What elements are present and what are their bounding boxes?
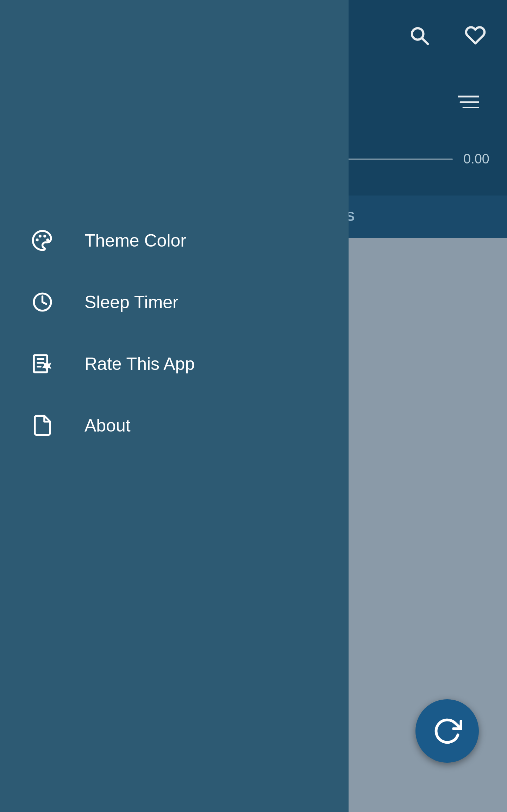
hamburger-icon [458,94,479,108]
refresh-icon [432,716,462,746]
search-icon [408,25,430,46]
menu-item-sleep-timer[interactable]: Sleep Timer [0,271,349,333]
svg-point-6 [38,235,41,237]
svg-point-5 [36,238,38,241]
menu-button[interactable] [454,88,482,116]
menu-item-about-label: About [84,415,131,436]
clock-icon [28,291,56,314]
menu-icon-area [454,88,482,116]
document-icon [28,414,56,437]
top-action-icons [405,21,489,54]
menu-item-theme-color-label: Theme Color [84,230,186,251]
drawer-menu: Theme Color Sleep Timer Rate This App [0,0,349,812]
svg-point-7 [43,235,46,237]
palette-icon [28,229,56,252]
menu-item-rate-app[interactable]: Rate This App [0,333,349,395]
fab-refresh-button[interactable] [415,699,479,763]
menu-item-sleep-timer-label: Sleep Timer [84,292,179,312]
search-button[interactable] [405,21,433,54]
menu-item-about[interactable]: About [0,395,349,456]
favorites-button[interactable] [461,21,489,54]
svg-point-8 [46,238,49,241]
menu-item-rate-app-label: Rate This App [84,354,195,374]
heart-icon [465,25,486,46]
drawer-header [0,0,349,196]
menu-items-container: Theme Color Sleep Timer Rate This App [0,196,349,470]
rate-icon [28,352,56,375]
progress-time: 0.00 [463,151,489,167]
svg-line-1 [422,38,428,44]
menu-item-theme-color[interactable]: Theme Color [0,210,349,271]
